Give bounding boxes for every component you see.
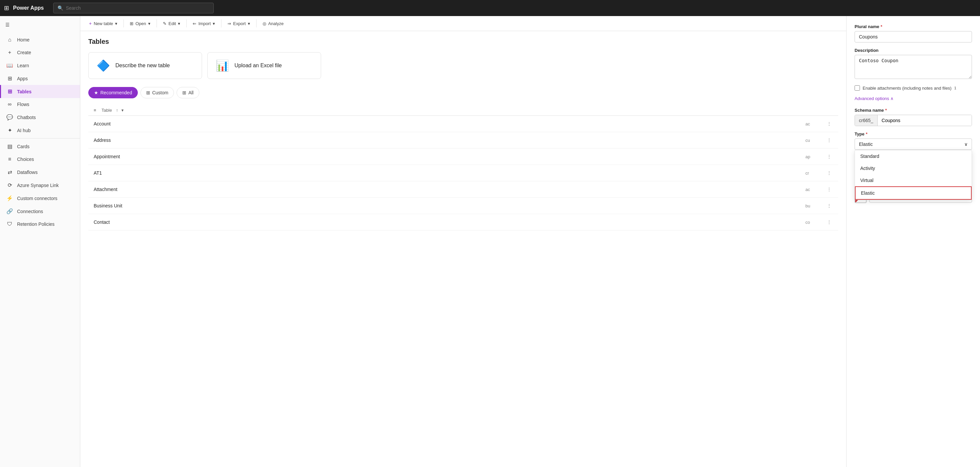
schema-name-field: cr665_ — [854, 115, 972, 126]
table-row[interactable]: Appointment ap ⋮ — [88, 148, 838, 165]
schema-name-input[interactable] — [878, 115, 972, 126]
sidebar-label-connections: Connections — [17, 209, 43, 214]
table-row[interactable]: AT1 cr ⋮ — [88, 165, 838, 181]
sidebar-label-home: Home — [17, 37, 29, 43]
divider-3 — [186, 19, 187, 27]
learn-icon: 📖 — [6, 62, 13, 69]
sidebar-item-dataflows[interactable]: ⇄ Dataflows — [0, 166, 80, 179]
row-name-attachment: Attachment — [94, 186, 805, 192]
divider-4 — [221, 19, 221, 27]
edit-button[interactable]: ✎ Edit ▾ — [159, 19, 184, 28]
sidebar-item-flows[interactable]: ∞ Flows — [0, 98, 80, 111]
table-column-header: Table — [102, 108, 112, 113]
table-row[interactable]: Business Unit bu ⋮ — [88, 198, 838, 214]
sidebar-item-custom-connectors[interactable]: ⚡ Custom connectors — [0, 192, 80, 205]
row-more-business-unit[interactable]: ⋮ — [826, 202, 833, 210]
schema-prefix: cr665_ — [855, 115, 878, 126]
sidebar-item-retention[interactable]: 🛡 Retention Policies — [0, 218, 80, 231]
row-more-at1[interactable]: ⋮ — [826, 169, 833, 177]
sidebar-item-tables[interactable]: ⊞ Tables — [0, 85, 80, 98]
upload-excel-card[interactable]: 📊 Upload an Excel file — [207, 52, 321, 79]
app-logo: Power Apps — [13, 5, 44, 11]
topbar: ⊞ Power Apps 🔍 — [0, 0, 980, 16]
type-dropdown[interactable]: Elastic ∨ — [854, 139, 972, 150]
table-row[interactable]: Account ac ⋮ — [88, 116, 838, 132]
export-chevron[interactable]: ▾ — [248, 21, 250, 26]
search-input[interactable] — [66, 5, 209, 11]
tables-list: ≡ Table ↑ ▾ Account ac ⋮ Address cu ⋮ Ap… — [88, 105, 838, 231]
cards-icon: ▤ — [6, 143, 13, 150]
new-table-chevron[interactable]: ▾ — [115, 21, 118, 26]
sidebar-item-apps[interactable]: ⊞ Apps — [0, 72, 80, 85]
advanced-options-toggle[interactable]: Advanced options ∧ — [854, 96, 972, 101]
type-option-elastic[interactable]: Elastic — [855, 186, 972, 200]
row-more-contact[interactable]: ⋮ — [826, 218, 833, 226]
sidebar-item-home[interactable]: ⌂ Home — [0, 33, 80, 46]
edit-chevron[interactable]: ▾ — [178, 21, 180, 26]
dataflows-icon: ⇄ — [6, 169, 13, 175]
type-required: * — [865, 131, 867, 137]
open-button[interactable]: ⊞ Open ▾ — [126, 19, 154, 28]
row-name-address: Address — [94, 137, 805, 143]
sidebar-item-choices[interactable]: ≡ Choices — [0, 153, 80, 166]
row-more-address[interactable]: ⋮ — [826, 136, 833, 144]
sidebar-item-create[interactable]: + Create — [0, 46, 80, 59]
export-button[interactable]: ⇒ Export ▾ — [224, 19, 253, 28]
table-row[interactable]: Attachment ac ⋮ — [88, 181, 838, 198]
toolbar: + New table ▾ ⊞ Open ▾ ✎ Edit ▾ ⇐ Import… — [80, 16, 846, 31]
synapse-icon: ⟳ — [6, 182, 13, 188]
sidebar-item-azure-synapse[interactable]: ⟳ Azure Synapse Link — [0, 179, 80, 192]
sidebar-item-connections[interactable]: 🔗 Connections — [0, 205, 80, 218]
attachments-checkbox[interactable] — [854, 85, 860, 91]
import-chevron[interactable]: ▾ — [213, 21, 215, 26]
edit-icon: ✎ — [163, 21, 167, 26]
type-option-standard[interactable]: Standard — [855, 150, 972, 162]
describe-table-icon: 🔷 — [97, 59, 110, 72]
row-name-contact: Contact — [94, 220, 805, 225]
sidebar-item-chatbots[interactable]: 💬 Chatbots — [0, 111, 80, 124]
sidebar-label-learn: Learn — [17, 63, 29, 68]
analyze-button[interactable]: ◎ Analyze — [259, 19, 287, 28]
tab-recommended[interactable]: ★ Recommended — [88, 87, 138, 98]
sidebar-label-aihub: AI hub — [17, 128, 30, 133]
open-label: Open — [135, 21, 146, 26]
row-more-attachment[interactable]: ⋮ — [826, 185, 833, 193]
row-more-appointment[interactable]: ⋮ — [826, 153, 833, 161]
schema-name-label: Schema name * — [854, 108, 972, 113]
sidebar-label-dataflows: Dataflows — [17, 170, 37, 175]
tab-custom[interactable]: ⊞ Custom — [140, 87, 174, 98]
divider-2 — [156, 19, 157, 27]
divider-1 — [123, 19, 124, 27]
upload-excel-label: Upload an Excel file — [234, 62, 282, 69]
advanced-options-label: Advanced options — [854, 96, 889, 101]
sidebar-label-choices: Choices — [17, 156, 34, 162]
list-icon: ≡ — [94, 108, 96, 113]
table-row[interactable]: Contact co ⋮ — [88, 214, 838, 231]
retention-icon: 🛡 — [6, 221, 13, 227]
table-row[interactable]: Address cu ⋮ — [88, 132, 838, 148]
plural-name-input[interactable] — [854, 31, 972, 43]
sort-toggle[interactable]: ▾ — [121, 108, 124, 113]
plural-required: * — [881, 24, 882, 29]
import-button[interactable]: ⇐ Import ▾ — [189, 19, 218, 28]
sort-icon[interactable]: ↑ — [116, 108, 118, 113]
page-title: Tables — [88, 38, 838, 46]
describe-table-card[interactable]: 🔷 Describe the new table — [88, 52, 202, 79]
type-option-activity[interactable]: Activity — [855, 162, 972, 174]
search-box[interactable]: 🔍 — [53, 3, 214, 13]
waffle-icon[interactable]: ⊞ — [4, 4, 9, 12]
sidebar-hamburger[interactable]: ☰ — [0, 19, 80, 31]
row-name-appointment: Appointment — [94, 154, 805, 159]
description-textarea[interactable]: Contoso Coupon — [854, 55, 972, 79]
sidebar-item-cards[interactable]: ▤ Cards — [0, 140, 80, 153]
row-name-account: Account — [94, 121, 805, 126]
sidebar-item-aihub[interactable]: ✦ AI hub — [0, 124, 80, 137]
tab-all[interactable]: ⊞ All — [177, 87, 199, 98]
row-extra-business-unit: bu — [805, 203, 826, 209]
sidebar-item-learn[interactable]: 📖 Learn — [0, 59, 80, 72]
search-icon: 🔍 — [57, 5, 63, 11]
open-chevron[interactable]: ▾ — [148, 21, 151, 26]
new-table-button[interactable]: + New table ▾ — [86, 19, 121, 28]
row-more-account[interactable]: ⋮ — [826, 120, 833, 128]
type-option-virtual[interactable]: Virtual — [855, 174, 972, 186]
